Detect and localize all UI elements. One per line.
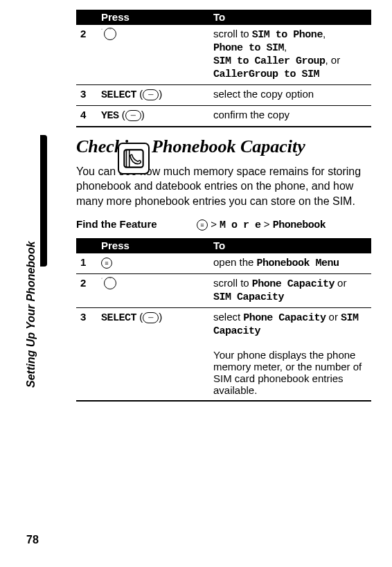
table-row: 2 scroll to Phone Capacity or SIM Capaci… xyxy=(76,274,371,308)
col-to: To xyxy=(209,10,371,25)
table-row: 3 SELECT (─) select the copy option xyxy=(76,85,371,106)
feature-label: Find the Feature xyxy=(76,218,187,231)
feature-path: ≡ > M o r e > Phonebook xyxy=(197,218,371,231)
table-row: 4 YES (─) confirm the copy xyxy=(76,106,371,127)
col-to: To xyxy=(209,238,371,253)
col-press: Press xyxy=(97,238,209,253)
table-row: 2 scroll to SIM to Phone,Phone to SIM,SI… xyxy=(76,25,371,85)
find-the-feature: Find the Feature ≡ > M o r e > Phonebook xyxy=(76,218,371,231)
side-label: Setting Up Your Phonebook xyxy=(25,241,37,388)
page-number: 78 xyxy=(26,534,39,546)
col-press: Press xyxy=(97,10,209,25)
table-row: 1 ≡ open the Phonebook Menu xyxy=(76,253,371,274)
steps-table-1: Press To 2 scroll to SIM to Phone,Phone … xyxy=(76,10,371,127)
phonebook-icon xyxy=(118,143,150,174)
steps-table-2: Press To 1 ≡ open the Phonebook Menu 2 s… xyxy=(76,238,371,402)
side-tab xyxy=(40,135,47,267)
table-row: 3 SELECT (─) select Phone Capacity or SI… xyxy=(76,308,371,402)
